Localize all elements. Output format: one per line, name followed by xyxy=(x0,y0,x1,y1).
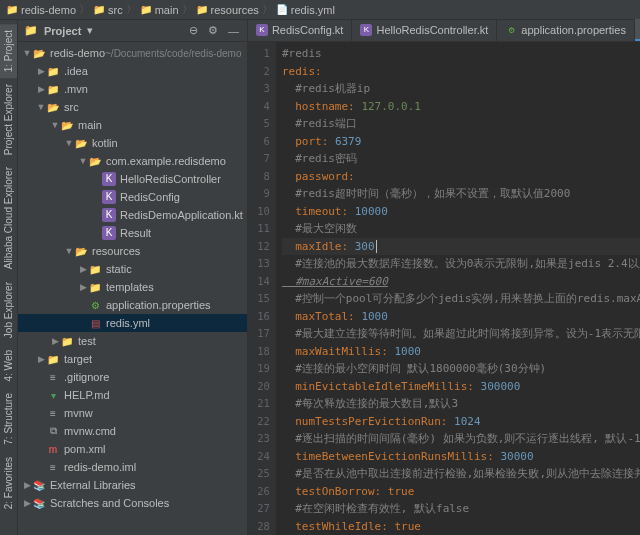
dropdown-icon[interactable]: ▾ xyxy=(87,24,93,37)
tree-label: .gitignore xyxy=(64,371,109,383)
tree-row[interactable]: ▼📂kotlin xyxy=(18,134,247,152)
code-line[interactable]: testOnBorrow: true xyxy=(282,483,640,501)
code-line[interactable]: hostname: 127.0.0.1 xyxy=(282,98,640,116)
code-line[interactable]: #是否在从池中取出连接前进行检验,如果检验失败,则从池中去除连接并尝试取出另 xyxy=(282,465,640,483)
tree-row[interactable]: ▼📂src xyxy=(18,98,247,116)
tree-row[interactable]: ▶📁.idea xyxy=(18,62,247,80)
tool-window-tab[interactable]: Alibaba Cloud Explorer xyxy=(0,161,17,275)
code-line[interactable]: testWhileIdle: true xyxy=(282,518,640,536)
folder-open-icon: 📂 xyxy=(74,136,88,150)
tree-label: src xyxy=(64,101,79,113)
code-line[interactable]: password: xyxy=(282,168,640,186)
tree-row[interactable]: mpom.xml xyxy=(18,440,247,458)
collapse-icon[interactable]: ⊖ xyxy=(187,24,200,37)
tree-row[interactable]: ▶📁target xyxy=(18,350,247,368)
breadcrumb-item[interactable]: 📁src xyxy=(93,4,123,16)
expand-arrow-icon[interactable]: ▶ xyxy=(22,498,32,508)
chevron-right-icon: 〉 xyxy=(79,2,90,17)
tool-window-tab[interactable]: 2: Favorites xyxy=(0,451,17,515)
tree-row[interactable]: ▶📁.mvn xyxy=(18,80,247,98)
code-line[interactable]: #maxActive=600 xyxy=(282,273,640,291)
code-content[interactable]: #redisredis: #redis机器ip hostname: 127.0.… xyxy=(276,42,640,535)
code-line[interactable]: redis: xyxy=(282,63,640,81)
file-icon: 📄 xyxy=(276,4,288,15)
tool-window-tab[interactable]: Job Explorer xyxy=(0,276,17,344)
code-line[interactable]: maxTotal: 1000 xyxy=(282,308,640,326)
code-line[interactable]: numTestsPerEvictionRun: 1024 xyxy=(282,413,640,431)
expand-arrow-icon[interactable]: ▶ xyxy=(78,264,88,274)
breadcrumb-label: redis-demo xyxy=(21,4,76,16)
code-line[interactable]: #最大空闲数 xyxy=(282,220,640,238)
code-line[interactable]: #redis密码 xyxy=(282,150,640,168)
breadcrumb-label: src xyxy=(108,4,123,16)
tree-row[interactable]: ▶📁templates xyxy=(18,278,247,296)
expand-arrow-icon[interactable]: ▼ xyxy=(64,246,74,256)
code-line[interactable]: #逐出扫描的时间间隔(毫秒) 如果为负数,则不运行逐出线程, 默认-1 xyxy=(282,430,640,448)
code-line[interactable]: #控制一个pool可分配多少个jedis实例,用来替换上面的redis.maxA… xyxy=(282,290,640,308)
expand-arrow-icon[interactable]: ▶ xyxy=(36,66,46,76)
expand-arrow-icon[interactable]: ▶ xyxy=(36,354,46,364)
editor-body[interactable]: 1234567891011121314151617181920212223242… xyxy=(248,42,640,535)
tree-row[interactable]: ⧉mvnw.cmd xyxy=(18,422,247,440)
expand-arrow-icon[interactable]: ▼ xyxy=(50,120,60,130)
code-line[interactable]: #连接池的最大数据库连接数。设为0表示无限制,如果是jedis 2.4以后用re… xyxy=(282,255,640,273)
expand-arrow-icon[interactable]: ▼ xyxy=(64,138,74,148)
tree-row[interactable]: KRedisDemoApplication.kt xyxy=(18,206,247,224)
expand-arrow-icon[interactable]: ▶ xyxy=(36,84,46,94)
expand-arrow-icon[interactable]: ▼ xyxy=(22,48,32,58)
editor-tab[interactable]: KRedisConfig.kt xyxy=(248,19,353,41)
project-tree[interactable]: ▼📂redis-demo ~/Documents/code/redis-demo… xyxy=(18,42,247,535)
code-line[interactable]: port: 6379 xyxy=(282,133,640,151)
code-line[interactable]: timeBetweenEvictionRunsMillis: 30000 xyxy=(282,448,640,466)
project-panel-header: 📁 Project ▾ ⊖ ⚙ — xyxy=(18,20,247,42)
editor-tab[interactable]: ▤redis.yml xyxy=(635,19,640,41)
tree-row[interactable]: KResult xyxy=(18,224,247,242)
code-line[interactable]: maxWaitMillis: 1000 xyxy=(282,343,640,361)
code-line[interactable]: maxIdle: 300 xyxy=(282,238,640,256)
code-line[interactable]: timeout: 10000 xyxy=(282,203,640,221)
tool-window-tab[interactable]: 4: Web xyxy=(0,344,17,388)
code-line[interactable]: #每次释放连接的最大数目,默认3 xyxy=(282,395,640,413)
tree-row[interactable]: ▶📚External Libraries xyxy=(18,476,247,494)
hide-icon[interactable]: — xyxy=(226,25,241,37)
tree-row[interactable]: ▶📚Scratches and Consoles xyxy=(18,494,247,512)
tree-label: HELP.md xyxy=(64,389,110,401)
tree-row[interactable]: ▼📂redis-demo ~/Documents/code/redis-demo xyxy=(18,44,247,62)
tree-row[interactable]: KHelloRedisController xyxy=(18,170,247,188)
breadcrumb-item[interactable]: 📁main xyxy=(140,4,179,16)
tree-row[interactable]: KRedisConfig xyxy=(18,188,247,206)
tree-row[interactable]: ≡mvnw xyxy=(18,404,247,422)
expand-arrow-icon[interactable]: ▶ xyxy=(22,480,32,490)
tool-window-tab[interactable]: 7: Structure xyxy=(0,387,17,451)
tree-row[interactable]: ▼📂main xyxy=(18,116,247,134)
tree-row[interactable]: ▶📁static xyxy=(18,260,247,278)
tree-row[interactable]: ▼📂resources xyxy=(18,242,247,260)
expand-arrow-icon[interactable]: ▼ xyxy=(78,156,88,166)
code-line[interactable]: #最大建立连接等待时间。如果超过此时间将接到异常。设为-1表示无限制。 xyxy=(282,325,640,343)
tree-row[interactable]: ≡.gitignore xyxy=(18,368,247,386)
tree-row[interactable]: ⚙application.properties xyxy=(18,296,247,314)
tool-window-tab[interactable]: 1: Project xyxy=(0,24,17,78)
code-line[interactable]: #redis xyxy=(282,45,640,63)
tree-row[interactable]: ▤redis.yml xyxy=(18,314,247,332)
code-line[interactable]: #在空闲时检查有效性, 默认false xyxy=(282,500,640,518)
tree-row[interactable]: ▾HELP.md xyxy=(18,386,247,404)
code-line[interactable]: minEvictableIdleTimeMillis: 300000 xyxy=(282,378,640,396)
code-line[interactable]: #redis超时时间（毫秒），如果不设置，取默认值2000 xyxy=(282,185,640,203)
editor-tab[interactable]: KHelloRedisController.kt xyxy=(352,19,497,41)
code-line[interactable]: #redis端口 xyxy=(282,115,640,133)
breadcrumb-item[interactable]: 📁resources xyxy=(196,4,259,16)
breadcrumb-item[interactable]: 📄redis.yml xyxy=(276,4,335,16)
expand-arrow-icon[interactable]: ▶ xyxy=(50,336,60,346)
breadcrumb-item[interactable]: 📁redis-demo xyxy=(6,4,76,16)
tree-row[interactable]: ≡redis-demo.iml xyxy=(18,458,247,476)
tool-window-tab[interactable]: Project Explorer xyxy=(0,78,17,161)
expand-arrow-icon[interactable]: ▶ xyxy=(78,282,88,292)
code-line[interactable]: #redis机器ip xyxy=(282,80,640,98)
settings-icon[interactable]: ⚙ xyxy=(206,24,220,37)
editor-tab[interactable]: ⚙application.properties xyxy=(497,19,635,41)
tree-row[interactable]: ▶📁test xyxy=(18,332,247,350)
tree-row[interactable]: ▼📂com.example.redisdemo xyxy=(18,152,247,170)
code-line[interactable]: #连接的最小空闲时间 默认1800000毫秒(30分钟) xyxy=(282,360,640,378)
expand-arrow-icon[interactable]: ▼ xyxy=(36,102,46,112)
